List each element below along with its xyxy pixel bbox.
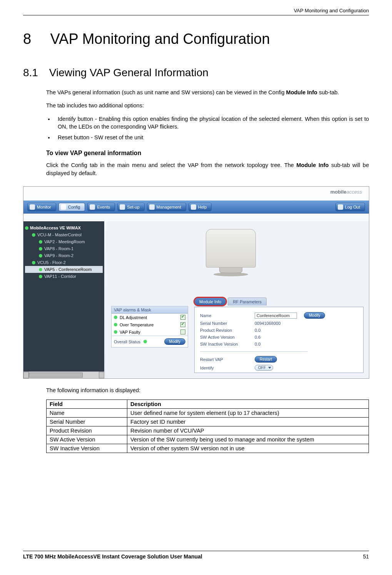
running-header: VAP Monitoring and Configuration	[23, 8, 369, 15]
logout-icon	[338, 204, 343, 210]
info-tab-bar: Module Info RF Parameters	[194, 298, 267, 306]
status-dot-icon	[39, 254, 42, 257]
setup-tab[interactable]: Set-up	[117, 203, 144, 211]
status-dot-icon	[32, 261, 35, 264]
chapter-title-text: VAP Monitoring and Configuration	[50, 31, 270, 47]
help-icon	[191, 204, 196, 210]
field-label: Product Revision	[200, 328, 250, 333]
alarms-panel: VAP alarms & Mask DL Adjustment Over Tem…	[111, 306, 188, 348]
list-item: Identify button - Enabling this option e…	[54, 115, 369, 131]
status-dot-icon	[39, 240, 42, 244]
scroll-right-arrow-icon[interactable]	[99, 372, 104, 378]
status-dot-icon	[39, 275, 42, 278]
section-title: 8.1 Viewing VAP General Information	[23, 67, 369, 79]
field-description-table: Field Description NameUser defined name …	[46, 399, 369, 453]
events-tab[interactable]: Events	[87, 203, 115, 211]
tree-item[interactable]: VCU-M - MasterControl	[25, 231, 103, 238]
config-tab[interactable]: Config	[58, 203, 85, 211]
tree-root[interactable]: MobileAccess VE WiMAX	[25, 224, 103, 231]
tree-item-selected[interactable]: VAP5 - ConferenceRoom	[25, 266, 103, 273]
page-footer: LTE 700 MHz MobileAccessVE Instant Cover…	[23, 551, 369, 560]
product-revision-value: 0.0	[255, 328, 260, 333]
intro-paragraph: The VAPs general information (such as un…	[46, 89, 369, 96]
content-pane: VAP alarms & Mask DL Adjustment Over Tem…	[106, 221, 369, 378]
status-dot-icon	[114, 316, 117, 319]
field-label: Serial Number	[200, 321, 250, 326]
topology-tree[interactable]: MobileAccess VE WiMAX VCU-M - MasterCont…	[23, 221, 104, 378]
tree-item[interactable]: VAP8 - Room-1	[25, 245, 103, 252]
chevron-down-icon	[268, 367, 271, 369]
setup-icon	[120, 204, 125, 210]
status-dot-icon	[39, 268, 42, 271]
table-row: Product RevisionRevision number of VCU/V…	[47, 426, 369, 435]
module-info-tab[interactable]: Module Info	[194, 298, 226, 306]
device-image	[198, 229, 264, 287]
main-menubar: Monitor Config Events Set-up Management …	[23, 201, 369, 214]
status-dot-icon	[39, 247, 42, 251]
mask-checkbox[interactable]	[180, 329, 185, 334]
scroll-thumb[interactable]	[29, 373, 83, 378]
mask-checkbox[interactable]	[180, 315, 185, 320]
tree-item[interactable]: VCU5 - Floor-2	[25, 259, 103, 266]
table-lead: The following information is displayed:	[46, 386, 369, 394]
status-dot-icon	[143, 340, 147, 343]
field-label: Restart VAP	[200, 357, 250, 362]
table-row: Serial NumberFactory set ID number	[47, 418, 369, 426]
management-icon	[149, 204, 155, 210]
monitor-tab[interactable]: Monitor	[27, 203, 56, 211]
footer-doc-title: LTE 700 MHz MobileAccessVE Instant Cover…	[23, 553, 202, 560]
status-dot-icon	[25, 226, 28, 230]
chapter-title: 8 VAP Monitoring and Configuration	[23, 31, 369, 47]
modify-button[interactable]: Modify	[164, 338, 185, 345]
section-title-text: Viewing VAP General Information	[49, 67, 209, 79]
status-dot-icon	[114, 323, 117, 326]
mask-checkbox[interactable]	[180, 322, 185, 327]
serial-number-value: 00941068000	[255, 321, 280, 326]
help-tab[interactable]: Help	[188, 203, 212, 211]
section-number: 8.1	[23, 67, 46, 79]
sw-inactive-value: 0.0	[255, 342, 260, 346]
page-number: 51	[363, 553, 369, 560]
options-lead: The tab includes two additional options:	[46, 102, 369, 109]
status-dot-icon	[32, 233, 35, 237]
options-list: Identify button - Enabling this option e…	[54, 115, 369, 145]
name-input[interactable]	[255, 313, 297, 319]
alarm-row: DL Adjustment	[112, 314, 188, 321]
field-label: Name	[200, 313, 250, 318]
alarms-panel-header: VAP alarms & Mask	[112, 306, 188, 314]
management-tab[interactable]: Management	[147, 203, 186, 211]
alarm-row: Over Temperature	[112, 321, 188, 328]
tree-scrollbar[interactable]	[23, 371, 104, 378]
config-icon	[61, 204, 66, 210]
restart-button[interactable]: Restart	[255, 356, 277, 363]
table-row: NameUser defined name for system element…	[47, 409, 369, 418]
status-dot-icon	[114, 330, 117, 334]
monitor-icon	[30, 204, 35, 210]
logout-button[interactable]: Log Out	[335, 203, 365, 211]
field-label: Identify	[200, 366, 250, 370]
module-info-panel: Name Modify Serial Number 00941068000 Pr…	[194, 307, 364, 373]
field-label: SW Inactive Version	[200, 342, 250, 346]
events-icon	[90, 204, 95, 210]
list-item: Reset button - SW reset of the unit	[54, 134, 369, 141]
alarm-row: VAP Faulty	[112, 328, 188, 336]
modify-button[interactable]: Modify	[304, 312, 325, 319]
tree-item[interactable]: VAP9 - Room-2	[25, 252, 103, 259]
scroll-left-arrow-icon[interactable]	[23, 372, 29, 378]
divider	[200, 351, 308, 352]
identify-dropdown[interactable]: OFF	[255, 365, 273, 371]
brand-logo: mobileaccess	[330, 189, 362, 195]
table-row: SW Active VersionVersion of the SW curre…	[47, 435, 369, 444]
table-row: SW Inactive VersionVersion of other syst…	[47, 444, 369, 453]
sw-active-value: 0.6	[255, 335, 260, 339]
rf-parameters-tab[interactable]: RF Parameters	[228, 298, 267, 306]
tree-item[interactable]: VAP11 - Corridor	[25, 273, 103, 280]
tree-item[interactable]: VAP2 - MeetingRoom	[25, 238, 103, 245]
field-label: SW Active Version	[200, 335, 250, 339]
overall-status-row: Overall Status Modify	[112, 336, 188, 347]
procedure-heading: To view VAP general information	[46, 150, 369, 157]
chapter-number: 8	[23, 31, 46, 47]
procedure-paragraph: Click the Config tab in the main menu an…	[46, 161, 369, 177]
table-header: Field	[47, 400, 127, 409]
table-header: Description	[127, 400, 369, 409]
